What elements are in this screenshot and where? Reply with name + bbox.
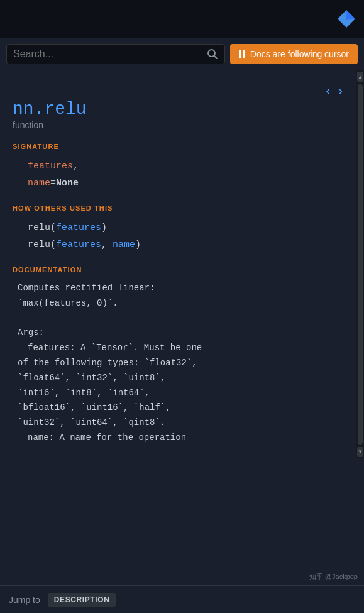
signature-block: features, name=None [13,158,349,192]
docs-following-label: Docs are following cursor [250,49,349,59]
doc-line3 [18,311,349,326]
doc-line2: `max(features, 0)`. [18,296,349,311]
docs-following-button[interactable]: Docs are following cursor [230,44,358,64]
watermark: 知乎 @Jackpop [309,572,358,582]
scrollbar[interactable]: ▲ ▼ [356,70,364,458]
prev-button[interactable]: ‹ [322,83,334,99]
param-features: features [28,161,73,172]
scroll-area: ‹ › nn.relu function SIGNATURE features,… [0,70,364,458]
scrollbar-up[interactable]: ▲ [357,72,363,82]
usage-line2: relu(features, name) [28,236,349,253]
doc-line6: of the following types: `float32`, [18,356,349,371]
doc-line9: `bfloat16`, `uint16`, `half`, [18,400,349,416]
usage-line1: relu(features) [28,219,349,236]
doc-line11: name: A name for the operation [18,431,349,446]
doc-line5: features: A `Tensor`. Must be one [18,341,349,356]
bottom-bar: Jump to DESCRIPTION [0,585,364,613]
search-row: Docs are following cursor [0,38,364,70]
top-bar [0,0,364,38]
signature-section-label: SIGNATURE [13,143,349,150]
doc-line1: Computes rectified linear: [18,281,349,296]
content-area: ‹ › nn.relu function SIGNATURE features,… [0,70,364,458]
doc-line10: `uint32`, `uint64`, `qint8`. [18,416,349,431]
param-default: None [56,178,79,189]
documentation-block: Computes rectified linear: `max(features… [13,281,349,446]
doc-line4: Args: [18,326,349,341]
jump-to-label: Jump to [9,595,40,605]
svg-marker-1 [346,10,355,20]
svg-line-3 [214,56,217,59]
pause-icon [239,50,245,58]
documentation-section-label: DOCUMENTATION [13,266,349,273]
next-button[interactable]: › [334,83,346,99]
doc-line8: `int16`, `int8`, `int64`, [18,386,349,401]
search-input[interactable] [13,48,202,60]
scrollbar-down[interactable]: ▼ [357,447,363,457]
comma1: , [73,161,79,172]
search-box[interactable] [6,44,225,64]
signature-line1: features, [28,158,349,175]
doc-line7: `float64`, `int32`, `uint8`, [18,371,349,386]
usage-block: relu(features) relu(features, name) [13,219,349,253]
scrollbar-thumb[interactable] [358,84,363,445]
signature-line2: name=None [28,175,349,192]
function-type: function [13,120,349,130]
nav-row: ‹ › [13,83,349,99]
description-button[interactable]: DESCRIPTION [48,593,116,607]
search-button[interactable] [207,48,218,60]
kite-icon [336,9,356,29]
eq: = [50,178,56,189]
param-name: name [28,178,50,189]
how-others-section-label: HOW OTHERS USED THIS [13,204,349,212]
function-title: nn.relu [13,99,349,119]
